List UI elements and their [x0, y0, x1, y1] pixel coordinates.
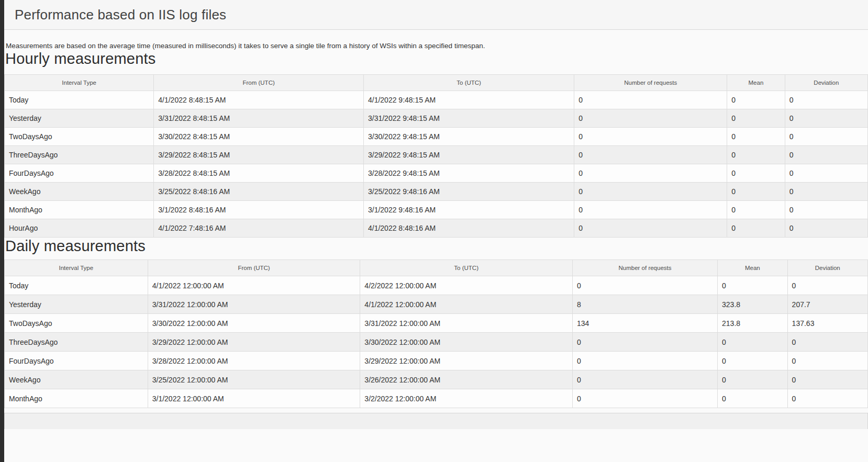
cell-number-of-requests: 0 [574, 164, 727, 183]
cell-deviation: 0 [785, 201, 867, 219]
titlebar: Performance based on IIS log files [4, 0, 868, 30]
cell-mean: 0 [718, 276, 788, 295]
column-header-interval-type: Interval Type [5, 75, 154, 91]
cell-interval-type: WeekAgo [5, 183, 154, 201]
cell-deviation: 0 [787, 276, 867, 295]
cell-from-utc: 3/28/2022 12:00:00 AM [148, 352, 360, 370]
cell-interval-type: TwoDaysAgo [5, 128, 154, 146]
cell-number-of-requests: 0 [574, 128, 727, 146]
cell-to-utc: 3/1/2022 9:48:16 AM [363, 201, 574, 219]
cell-to-utc: 3/30/2022 12:00:00 AM [360, 333, 573, 352]
cell-number-of-requests: 0 [574, 146, 727, 164]
cell-from-utc: 3/28/2022 8:48:15 AM [154, 164, 364, 183]
cell-to-utc: 3/31/2022 9:48:15 AM [363, 109, 574, 128]
cell-mean: 0 [727, 146, 785, 164]
cell-mean: 323.8 [718, 295, 788, 314]
cell-number-of-requests: 0 [573, 352, 718, 370]
cell-deviation: 137.63 [787, 314, 867, 333]
cell-from-utc: 3/31/2022 12:00:00 AM [148, 295, 360, 314]
cell-to-utc: 3/31/2022 12:00:00 AM [360, 314, 573, 333]
cell-interval-type: Yesterday [5, 109, 154, 128]
column-header-from-utc: From (UTC) [148, 260, 360, 276]
column-header-deviation: Deviation [787, 260, 867, 276]
column-header-number-of-requests: Number of requests [574, 75, 727, 91]
cell-interval-type: FourDaysAgo [5, 352, 148, 370]
cell-from-utc: 4/1/2022 8:48:15 AM [154, 91, 364, 109]
cell-to-utc: 4/1/2022 8:48:16 AM [363, 219, 574, 238]
cell-to-utc: 3/25/2022 9:48:16 AM [363, 183, 574, 201]
cell-number-of-requests: 8 [573, 295, 718, 314]
cell-from-utc: 4/1/2022 7:48:16 AM [154, 219, 364, 238]
cell-number-of-requests: 0 [574, 109, 727, 128]
hourly-measurements-table: Interval TypeFrom (UTC)To (UTC)Number of… [4, 74, 868, 238]
daily-measurements-table-wrap: Interval TypeFrom (UTC)To (UTC)Number of… [4, 260, 868, 408]
cell-number-of-requests: 0 [573, 333, 718, 352]
column-header-to-utc: To (UTC) [363, 75, 574, 91]
hourly-measurements-table-wrap: Interval TypeFrom (UTC)To (UTC)Number of… [4, 74, 868, 238]
table-row-yesterday: Yesterday3/31/2022 8:48:15 AM3/31/2022 9… [5, 109, 868, 128]
table-row-today: Today4/1/2022 12:00:00 AM4/2/2022 12:00:… [5, 276, 868, 295]
column-header-number-of-requests: Number of requests [573, 260, 718, 276]
cell-interval-type: Today [5, 276, 148, 295]
cell-mean: 0 [727, 183, 785, 201]
table-row-twodaysago: TwoDaysAgo3/30/2022 8:48:15 AM3/30/2022 … [5, 128, 868, 146]
table-row-yesterday: Yesterday3/31/2022 12:00:00 AM4/1/2022 1… [5, 295, 868, 314]
cell-to-utc: 3/30/2022 9:48:15 AM [363, 128, 574, 146]
table-row-threedaysago: ThreeDaysAgo3/29/2022 8:48:15 AM3/29/202… [5, 146, 868, 164]
hourly-measurements-heading: Hourly measurements [4, 50, 868, 67]
cell-to-utc: 3/2/2022 12:00:00 AM [360, 389, 573, 408]
column-header-mean: Mean [727, 75, 785, 91]
table-row-twodaysago: TwoDaysAgo3/30/2022 12:00:00 AM3/31/2022… [5, 314, 868, 333]
cell-to-utc: 3/26/2022 12:00:00 AM [360, 370, 573, 389]
page-description: Measurements are based on the average ti… [4, 30, 868, 50]
cell-interval-type: ThreeDaysAgo [5, 333, 148, 352]
table-row-hourago: HourAgo4/1/2022 7:48:16 AM4/1/2022 8:48:… [5, 219, 868, 238]
cell-number-of-requests: 134 [573, 314, 718, 333]
cell-from-utc: 3/29/2022 8:48:15 AM [154, 146, 364, 164]
cell-number-of-requests: 0 [573, 276, 718, 295]
cell-mean: 0 [727, 164, 785, 183]
cell-number-of-requests: 0 [573, 370, 718, 389]
cell-mean: 0 [718, 389, 788, 408]
cell-from-utc: 4/1/2022 12:00:00 AM [148, 276, 360, 295]
cell-interval-type: FourDaysAgo [5, 164, 154, 183]
cell-from-utc: 3/31/2022 8:48:15 AM [154, 109, 364, 128]
cell-to-utc: 4/1/2022 12:00:00 AM [360, 295, 573, 314]
cell-deviation: 0 [785, 183, 867, 201]
cell-interval-type: WeekAgo [5, 370, 148, 389]
table-row-weekago: WeekAgo3/25/2022 8:48:16 AM3/25/2022 9:4… [5, 183, 868, 201]
column-header-to-utc: To (UTC) [360, 260, 573, 276]
table-row-fourdaysago: FourDaysAgo3/28/2022 12:00:00 AM3/29/202… [5, 352, 868, 370]
cell-interval-type: MonthAgo [5, 389, 148, 408]
cell-interval-type: Yesterday [5, 295, 148, 314]
cell-number-of-requests: 0 [574, 201, 727, 219]
column-header-interval-type: Interval Type [5, 260, 148, 276]
cell-number-of-requests: 0 [574, 183, 727, 201]
cell-deviation: 0 [785, 91, 867, 109]
cell-deviation: 0 [787, 370, 867, 389]
cell-number-of-requests: 0 [574, 91, 727, 109]
cell-mean: 0 [718, 352, 788, 370]
cell-mean: 0 [727, 128, 785, 146]
cell-mean: 0 [727, 201, 785, 219]
table-row-weekago: WeekAgo3/25/2022 12:00:00 AM3/26/2022 12… [5, 370, 868, 389]
cell-from-utc: 3/1/2022 8:48:16 AM [154, 201, 364, 219]
daily-measurements-table: Interval TypeFrom (UTC)To (UTC)Number of… [4, 260, 868, 408]
cell-to-utc: 3/29/2022 9:48:15 AM [363, 146, 574, 164]
cell-mean: 0 [727, 219, 785, 238]
cell-mean: 0 [727, 109, 785, 128]
cell-deviation: 0 [785, 164, 867, 183]
table-row-fourdaysago: FourDaysAgo3/28/2022 8:48:15 AM3/28/2022… [5, 164, 868, 183]
cell-interval-type: Today [5, 91, 154, 109]
column-header-mean: Mean [718, 260, 788, 276]
cell-interval-type: MonthAgo [5, 201, 154, 219]
cell-from-utc: 3/30/2022 8:48:15 AM [154, 128, 364, 146]
cell-mean: 213.8 [718, 314, 788, 333]
table-row-today: Today4/1/2022 8:48:15 AM4/1/2022 9:48:15… [5, 91, 868, 109]
next-table-header-cutoff [4, 413, 868, 429]
cell-number-of-requests: 0 [573, 389, 718, 408]
cell-deviation: 0 [787, 352, 867, 370]
column-header-from-utc: From (UTC) [154, 75, 364, 91]
left-edge-dark-strip [0, 0, 4, 462]
cell-to-utc: 3/29/2022 12:00:00 AM [360, 352, 573, 370]
